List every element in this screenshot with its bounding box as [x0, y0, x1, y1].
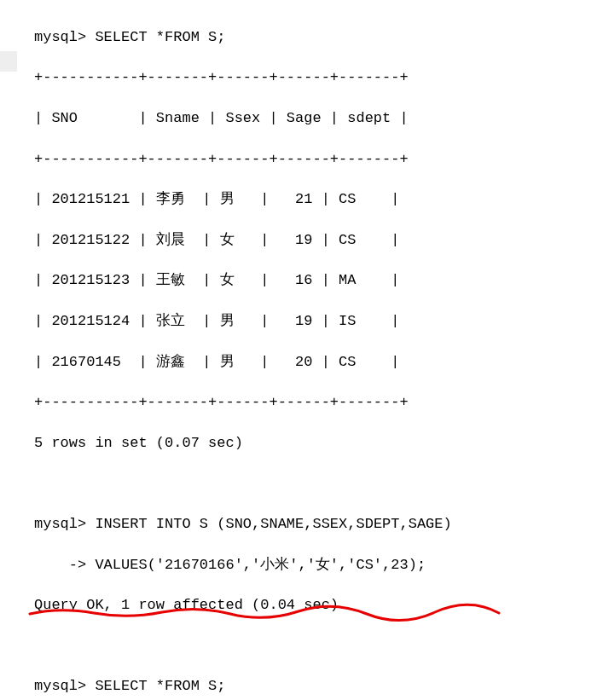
table-header: | SNO | Sname | Ssex | Sage | sdept |	[34, 108, 580, 129]
mysql-prompt: mysql>	[34, 516, 86, 532]
table-border: +-----------+-------+------+------+-----…	[34, 392, 580, 413]
prompt-line: mysql> SELECT *FROM S;	[34, 676, 580, 697]
prompt-line: mysql> SELECT *FROM S;	[34, 27, 580, 48]
table-row: | 201215123 | 王敏 | 女 | 16 | MA |	[34, 270, 580, 291]
blank-line	[34, 473, 580, 494]
sql-command: SELECT *FROM S;	[95, 29, 225, 45]
table-border: +-----------+-------+------+------+-----…	[34, 67, 580, 88]
result-summary: 5 rows in set (0.07 sec)	[34, 433, 580, 454]
mysql-prompt: mysql>	[34, 29, 86, 45]
result-summary: Query OK, 1 row affected (0.04 sec)	[34, 595, 580, 616]
sql-command: SELECT *FROM S;	[95, 678, 225, 694]
blank-line	[34, 636, 580, 657]
table-row: | 201215124 | 张立 | 男 | 19 | IS |	[34, 311, 580, 332]
continuation-prompt: ->	[34, 557, 86, 573]
table-row: | 201215121 | 李勇 | 男 | 21 | CS |	[34, 189, 580, 210]
table-border: +-----------+-------+------+------+-----…	[34, 149, 580, 170]
sql-command: VALUES('21670166','小米','女','CS',23);	[95, 557, 426, 573]
continuation-line: -> VALUES('21670166','小米','女','CS',23);	[34, 555, 580, 576]
mysql-prompt: mysql>	[34, 678, 86, 694]
table-row: | 201215122 | 刘晨 | 女 | 19 | CS |	[34, 230, 580, 251]
terminal-output: mysql> SELECT *FROM S; +-----------+----…	[0, 0, 597, 700]
sql-command: INSERT INTO S (SNO,SNAME,SSEX,SDEPT,SAGE…	[95, 516, 451, 532]
table-row: | 21670145 | 游鑫 | 男 | 20 | CS |	[34, 352, 580, 373]
prompt-line: mysql> INSERT INTO S (SNO,SNAME,SSEX,SDE…	[34, 514, 580, 535]
